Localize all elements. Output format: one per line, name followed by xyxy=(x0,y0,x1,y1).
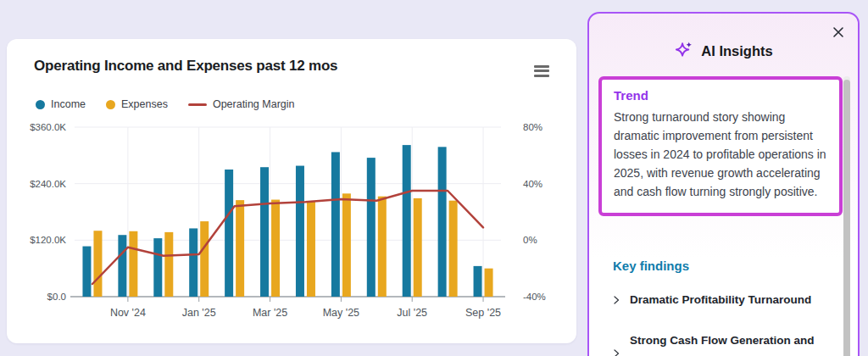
menu-bar xyxy=(534,70,549,72)
y-axis-left-label: $120.0K xyxy=(30,235,66,245)
income-expenses-combo-chart: Nov '24Jan '25Mar '25May '25Jul '25Sep '… xyxy=(24,124,573,331)
expenses-bar[interactable] xyxy=(449,201,458,297)
ai-sparkle-icon xyxy=(674,40,693,63)
income-bar[interactable] xyxy=(474,266,482,297)
y-axis-right-label: 40% xyxy=(523,179,542,189)
close-x-glyph xyxy=(832,26,844,38)
expenses-bar[interactable] xyxy=(164,232,173,297)
income-bar[interactable] xyxy=(403,145,411,297)
expenses-bar[interactable] xyxy=(342,193,351,297)
trend-body: Strong turnaround story showing dramatic… xyxy=(614,108,827,201)
expenses-bar[interactable] xyxy=(93,231,102,297)
panel-scrollbar[interactable] xyxy=(843,76,850,356)
y-axis-right-label: -40% xyxy=(523,292,546,302)
x-axis-label: Jul '25 xyxy=(397,307,427,319)
finding-label: Strong Cash Flow Generation and xyxy=(630,334,815,356)
legend-label: Operating Margin xyxy=(213,98,295,110)
ai-insights-panel: AI Insights Trend Strong turnaround stor… xyxy=(587,12,860,356)
y-axis-left-label: $360.0K xyxy=(30,124,66,132)
expenses-bar[interactable] xyxy=(129,231,137,297)
menu-bar xyxy=(534,65,549,68)
chart-legend: IncomeExpensesOperating Margin xyxy=(36,98,294,110)
legend-dot-swatch xyxy=(36,100,45,109)
income-bar[interactable] xyxy=(118,235,126,297)
income-bar[interactable] xyxy=(438,147,447,297)
x-axis-label: Sep '25 xyxy=(465,307,501,319)
legend-item-income[interactable]: Income xyxy=(36,98,86,110)
finding-label: Dramatic Profitability Turnaround xyxy=(630,293,811,306)
x-axis-label: Mar '25 xyxy=(253,307,287,319)
x-axis-label: Jan '25 xyxy=(182,307,216,319)
income-bar[interactable] xyxy=(82,247,91,297)
y-axis-left-label: $0.0 xyxy=(47,292,66,302)
chevron-right-icon xyxy=(611,295,621,305)
expenses-bar[interactable] xyxy=(200,221,209,297)
chart-header: Operating Income and Expenses past 12 mo… xyxy=(34,58,551,82)
expenses-bar[interactable] xyxy=(307,202,315,297)
expenses-bar[interactable] xyxy=(485,269,493,297)
page: Operating Income and Expenses past 12 mo… xyxy=(0,0,868,356)
expenses-bar[interactable] xyxy=(414,198,422,297)
income-bar[interactable] xyxy=(331,152,340,297)
legend-item-operating-margin[interactable]: Operating Margin xyxy=(188,98,295,110)
hamburger-menu-icon[interactable] xyxy=(532,59,551,82)
trend-highlight-box: Trend Strong turnaround story showing dr… xyxy=(598,76,843,216)
expenses-bar[interactable] xyxy=(271,200,280,297)
menu-bar xyxy=(534,75,549,77)
operating-margin-line[interactable] xyxy=(92,191,483,284)
legend-dot-swatch xyxy=(106,100,115,109)
y-axis-right-label: 0% xyxy=(523,235,537,245)
legend-label: Income xyxy=(51,98,86,110)
legend-label: Expenses xyxy=(121,98,168,110)
panel-header: AI Insights xyxy=(589,40,858,63)
income-bar[interactable] xyxy=(296,166,304,297)
chevron-right-icon xyxy=(611,348,621,356)
y-axis-right-label: 80% xyxy=(523,124,542,132)
expenses-bar[interactable] xyxy=(378,197,387,297)
trend-heading: Trend xyxy=(614,88,827,103)
y-axis-left-label: $240.0K xyxy=(30,179,66,189)
legend-item-expenses[interactable]: Expenses xyxy=(106,98,168,110)
x-axis-label: May '25 xyxy=(323,307,359,319)
x-axis-label: Nov '24 xyxy=(110,307,146,319)
income-bar[interactable] xyxy=(367,158,376,297)
chart-title: Operating Income and Expenses past 12 mo… xyxy=(34,58,337,75)
income-bar[interactable] xyxy=(260,167,269,297)
finding-item-profitability-turnaround[interactable]: Dramatic Profitability Turnaround xyxy=(611,293,840,306)
close-icon[interactable] xyxy=(830,25,847,42)
chart-card: Operating Income and Expenses past 12 mo… xyxy=(7,39,576,343)
income-bar[interactable] xyxy=(189,228,198,297)
scrollbar-thumb[interactable] xyxy=(843,80,850,356)
finding-item-cash-flow[interactable]: Strong Cash Flow Generation and xyxy=(611,334,838,356)
legend-line-swatch xyxy=(188,103,207,106)
income-bar[interactable] xyxy=(225,170,233,297)
key-findings-heading: Key findings xyxy=(613,259,689,273)
panel-title: AI Insights xyxy=(701,43,772,59)
expenses-bar[interactable] xyxy=(236,200,244,297)
income-bar[interactable] xyxy=(153,238,162,297)
